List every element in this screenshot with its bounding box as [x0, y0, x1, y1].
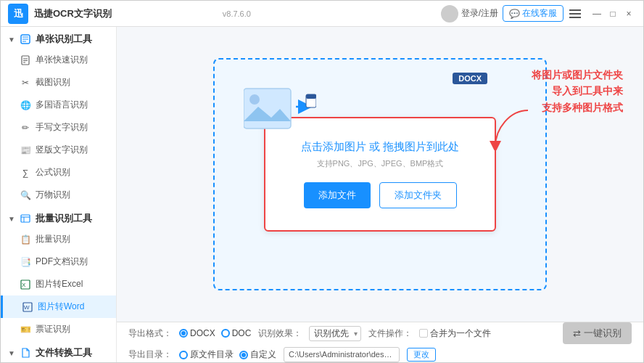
output-path-input[interactable]: C:\Users\Administrator\desktop\迅捷OCR识: [284, 347, 400, 362]
sidebar-item-img-word[interactable]: W 图片转Word: [1, 295, 116, 318]
main-content: ▼ 单张识别工具 单张快速识别 ✂ 截图识别 🌐 多国语言识别: [1, 27, 643, 362]
ticket-label: 票证识别: [36, 323, 70, 335]
recognize-icon: ⇄: [573, 328, 581, 339]
formula-icon: ∑: [20, 167, 31, 179]
app-logo: 迅: [8, 4, 28, 24]
batch-icon: 📋: [20, 234, 31, 245]
fileconv-section-label: 文件转换工具: [36, 346, 92, 359]
img-excel-label: 图片转Excel: [36, 278, 83, 290]
img-word-label: 图片转Word: [38, 301, 84, 313]
sidebar-item-img-excel[interactable]: X 图片转Excel: [1, 273, 116, 295]
quick-label: 单张快速识别: [36, 54, 88, 66]
add-file-button[interactable]: 添加文件: [304, 182, 371, 208]
sidebar-item-all[interactable]: 🔍 万物识别: [1, 184, 116, 206]
sidebar-item-handwriting[interactable]: ✏ 手写文字识别: [1, 116, 116, 139]
online-service-button[interactable]: 💬 在线客服: [503, 5, 564, 22]
sidebar-item-quick[interactable]: 单张快速识别: [1, 49, 116, 71]
all-label: 万物识别: [36, 189, 70, 201]
custom-dir-radio[interactable]: 自定义: [239, 348, 276, 361]
one-click-recognize-button[interactable]: ⇄ 一键识别: [563, 322, 632, 344]
maximize-button[interactable]: □: [606, 7, 620, 21]
docx-radio-label: DOCX: [190, 328, 215, 338]
app-title: 迅捷OCR文字识别: [34, 7, 220, 20]
sidebar-item-ticket[interactable]: 🎫 票证识别: [1, 318, 116, 340]
merge-checkbox-box: [419, 329, 428, 338]
merge-checkbox[interactable]: 合并为一个文件: [419, 327, 491, 340]
close-button[interactable]: ×: [622, 7, 636, 21]
change-path-button[interactable]: 更改: [407, 348, 436, 362]
word-icon: W: [22, 301, 33, 313]
sidebar-item-pdf[interactable]: 📑 PDF文档识别: [1, 250, 116, 273]
service-icon: 💬: [509, 9, 520, 19]
typesetting-label: 竖版文字识别: [36, 144, 88, 156]
pdf-icon: 📑: [20, 256, 31, 268]
service-label: 在线客服: [522, 7, 557, 20]
sidebar-item-typesetting[interactable]: 📰 竖版文字识别: [1, 139, 116, 161]
recognition-effect-select[interactable]: 识别优先: [309, 326, 361, 341]
sidebar-item-screenshot[interactable]: ✂ 截图识别: [1, 71, 116, 94]
drop-zone-buttons: 添加文件 添加文件夹: [304, 182, 457, 208]
recognize-wrapper: ⇄ 一键识别: [563, 322, 632, 344]
drop-zone-outer[interactable]: DOCX 点击添加图片 或 拖拽图片到此处 支持PNG、JPG、JPEG、BMP…: [213, 58, 547, 290]
sidebar-section-single[interactable]: ▼ 单张识别工具: [1, 27, 116, 49]
batch-section-label: 批量识别工具: [36, 212, 92, 225]
app-version: v8.7.6.0: [223, 9, 251, 18]
pdf-label: PDF文档识别: [36, 256, 88, 268]
sidebar-section-fileconv[interactable]: ▼ 文件转换工具: [1, 340, 116, 362]
svg-point-16: [249, 94, 260, 105]
sidebar-item-multilang[interactable]: 🌐 多国语言识别: [1, 94, 116, 116]
docx-radio[interactable]: DOCX: [179, 328, 215, 338]
drag-text: 或 拖拽图片到此处: [369, 140, 459, 152]
svg-rect-18: [306, 94, 316, 99]
export-format-label: 导出格式：: [128, 327, 172, 340]
fileconv-chevron-icon: ▼: [8, 349, 15, 357]
multilang-icon: 🌐: [20, 99, 31, 111]
custom-dir-label: 自定义: [250, 348, 276, 361]
bottom-row-2: 导出目录： 原文件目录 自定义 C:\Users\Administrator\d…: [128, 347, 632, 362]
quick-icon: [20, 54, 31, 66]
recognition-effect-value: 识别优先: [314, 327, 349, 340]
sidebar-item-formula[interactable]: ∑ 公式识别: [1, 161, 116, 184]
sidebar-section-batch[interactable]: ▼ 批量识别工具: [1, 206, 116, 228]
doc-radio[interactable]: DOC: [221, 328, 252, 338]
formula-label: 公式识别: [36, 166, 70, 179]
login-label: 登录/注册: [461, 7, 498, 20]
app-window: 迅 迅捷OCR文字识别 v8.7.6.0 登录/注册 💬 在线客服 — □ ×: [0, 0, 644, 363]
original-dir-label: 原文件目录: [190, 348, 234, 361]
svg-text:W: W: [24, 304, 30, 311]
recognize-label: 一键识别: [584, 327, 622, 340]
chevron-down-icon: ▼: [8, 36, 15, 44]
all-icon: 🔍: [20, 189, 31, 201]
doc-radio-dot: [221, 329, 230, 338]
bottom-bar: 导出格式： DOCX DOC 识别效果： 识别优先: [117, 322, 643, 362]
login-button[interactable]: 登录/注册: [437, 4, 503, 24]
doc-radio-label: DOC: [232, 328, 252, 338]
typesetting-icon: 📰: [20, 144, 31, 156]
annotation-right: 将图片或图片文件夹 导入到工具中来 支持多种图片格式: [532, 67, 623, 115]
illustration: [244, 81, 316, 142]
hamburger-line: [569, 9, 581, 11]
minimize-button[interactable]: —: [590, 7, 604, 21]
docx-radio-dot: [179, 329, 188, 338]
output-dir-group: 原文件目录 自定义: [179, 348, 276, 361]
add-folder-button[interactable]: 添加文件夹: [379, 182, 457, 208]
content-main: 选择图片转Word功能: [117, 27, 643, 322]
multilang-label: 多国语言识别: [36, 99, 88, 111]
bottom-row-1: 导出格式： DOCX DOC 识别效果： 识别优先: [128, 322, 632, 344]
fileconv-section-icon: [20, 347, 31, 359]
click-text: 点击添加图片: [301, 140, 366, 152]
batch-label: 批量识别: [36, 233, 70, 245]
screenshot-icon: ✂: [20, 77, 31, 89]
menu-button[interactable]: [566, 7, 584, 21]
original-dir-radio[interactable]: 原文件目录: [179, 348, 234, 361]
format-hint: 支持PNG、JPG、JPEG、BMP格式: [317, 158, 444, 169]
drop-zone-main-text: 点击添加图片 或 拖拽图片到此处: [301, 140, 459, 154]
screenshot-label: 截图识别: [36, 76, 70, 89]
annotation-right-line1: 将图片或图片文件夹: [532, 67, 623, 83]
sidebar-item-batch[interactable]: 📋 批量识别: [1, 228, 116, 250]
file-operation-label: 文件操作：: [368, 327, 412, 340]
export-format-group: DOCX DOC: [179, 328, 251, 338]
recognition-effect-label: 识别效果：: [258, 327, 302, 340]
hamburger-line: [569, 13, 581, 15]
ticket-icon: 🎫: [20, 324, 31, 335]
